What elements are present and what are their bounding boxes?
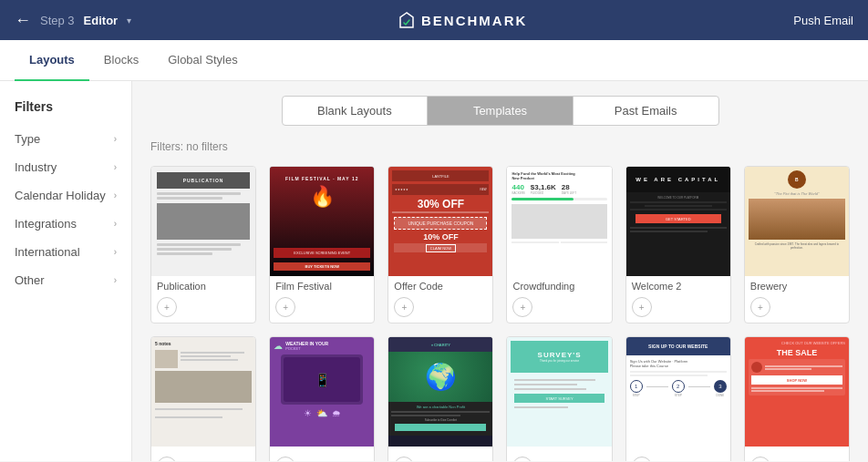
header-editor-label: Editor [84,14,119,27]
header-left: ← Step 3 Editor ▾ [15,11,131,30]
tab-blocks[interactable]: Blocks [89,40,153,81]
template-nonprofit-preview: ♦ CHARITY 🌍 We are a charitable Non Prof… [388,337,492,447]
tab-layouts[interactable]: Layouts [15,40,89,81]
header-step-label: Step 3 [40,14,75,27]
template-film-preview: FILM FESTIVAL · MAY 12 🔥 EXCLUSIVE SCREE… [270,167,374,276]
template-crowd-label: Crowdfunding [507,276,611,293]
template-brewery-label: Brewery [745,276,849,293]
main-content: Filters Type › Industry › Calendar Holid… [0,81,868,461]
template-add-icon[interactable]: + [512,457,532,461]
sidebar: Filters Type › Industry › Calendar Holid… [0,81,132,461]
template-red-offer-label [745,447,849,453]
template-weather-icon-row: + [270,453,374,461]
template-weather-label [270,447,374,453]
template-lifestyle[interactable]: 5 notes [150,336,256,461]
template-add-icon[interactable]: + [512,297,532,317]
template-welcome2-icon-row: + [626,293,730,323]
template-weather-preview: ☁ WEATHER IN YOUR POCKET 📱 [270,337,374,447]
template-add-icon[interactable]: + [750,297,770,317]
template-film-festival[interactable]: FILM FESTIVAL · MAY 12 🔥 EXCLUSIVE SCREE… [269,166,375,323]
editor-dropdown-icon[interactable]: ▾ [127,15,131,26]
template-lifestyle-label [151,447,255,453]
sidebar-item-international[interactable]: International › [0,238,131,266]
sidebar-item-type[interactable]: Type › [0,125,131,153]
templates-button[interactable]: Templates [428,97,574,125]
filters-label: Filters: no filters [150,140,850,153]
template-welcome-preview: WE ARE CAPITAL WELCOME TO OUR PLATFORM G… [626,167,730,276]
content-area: Blank Layouts Templates Past Emails Filt… [132,81,868,461]
template-course-icon-row: + [626,453,730,461]
template-brewery[interactable]: B "The Pint that is The World" Crafted w… [744,166,850,323]
chevron-right-icon: › [114,162,117,172]
template-crowdfunding[interactable]: Help Fund the World's Most ExcitingNew P… [506,166,612,323]
template-publication-icon-row: + [151,293,255,323]
template-crowd-preview: Help Fund the World's Most ExcitingNew P… [507,167,611,276]
template-survey-preview: SURVEY'S Thank you for joining our servi… [507,337,611,447]
template-survey[interactable]: SURVEY'S Thank you for joining our servi… [506,336,612,461]
template-add-icon[interactable]: + [632,457,652,461]
template-weather[interactable]: ☁ WEATHER IN YOUR POCKET 📱 [269,336,375,461]
sidebar-item-integrations[interactable]: Integrations › [0,210,131,238]
template-offer-code[interactable]: LASTFILE ★★★★★ NEW 30% OFF UNIQUE PURCHA… [388,166,493,323]
template-grid-row2: 5 notes [150,336,850,461]
template-publication-label: Publication [151,276,255,293]
sidebar-item-other[interactable]: Other › [0,266,131,294]
template-course[interactable]: SIGN UP TO OUR WEBSITE Sign Us with Our … [625,336,731,461]
template-brewery-preview: B "The Pint that is The World" Crafted w… [745,167,849,276]
template-add-icon[interactable]: + [394,457,414,461]
back-button[interactable]: ← [15,11,31,30]
template-add-icon[interactable]: + [394,297,414,317]
template-course-preview: SIGN UP TO OUR WEBSITE Sign Us with Our … [626,337,730,447]
past-emails-button[interactable]: Past Emails [574,97,718,125]
template-publication[interactable]: PUBLICATION Publication + [150,166,256,323]
template-nonprofit-icon-row: + [388,453,492,461]
template-nonprofit-label [388,447,492,453]
benchmark-logo: BENCHMARK [398,11,527,29]
template-red-preview: CHECK OUT OUR WEBSITE OFFERS THE SALE SH… [745,337,849,447]
push-email-button[interactable]: Push Email [793,14,853,27]
template-red-offer[interactable]: CHECK OUT OUR WEBSITE OFFERS THE SALE SH… [744,336,850,461]
blank-layouts-button[interactable]: Blank Layouts [283,97,429,125]
template-nonprofit[interactable]: ♦ CHARITY 🌍 We are a charitable Non Prof… [388,336,493,461]
layout-toggle-group: Blank Layouts Templates Past Emails [282,96,719,126]
template-add-icon[interactable]: + [750,457,770,461]
tab-bar: Layouts Blocks Global Styles [0,40,868,81]
template-add-icon[interactable]: + [157,457,177,461]
template-red-icon-row: + [745,453,849,461]
logo-icon [398,11,416,29]
sidebar-title: Filters [0,99,131,125]
template-film-icon-row: + [270,293,374,323]
logo-text: BENCHMARK [421,13,527,28]
template-brewery-icon-row: + [745,293,849,323]
sidebar-item-industry[interactable]: Industry › [0,153,131,181]
template-offer-label: Offer Code [388,276,492,293]
template-survey-icon-row: + [507,453,611,461]
template-lifestyle-preview: 5 notes [151,337,255,447]
template-add-icon[interactable]: + [275,457,295,461]
template-offer-preview: LASTFILE ★★★★★ NEW 30% OFF UNIQUE PURCHA… [388,167,492,276]
template-film-label: Film Festival [270,276,374,293]
template-welcome2-label: Welcome 2 [626,276,730,293]
sidebar-item-calendar[interactable]: Calendar Holiday › [0,181,131,210]
template-grid: PUBLICATION Publication + [150,166,850,323]
tab-global-styles[interactable]: Global Styles [153,40,253,81]
header: ← Step 3 Editor ▾ BENCHMARK Push Email [0,0,868,40]
template-crowd-icon-row: + [507,293,611,323]
template-publication-preview: PUBLICATION [151,167,255,276]
chevron-right-icon: › [114,275,117,285]
chevron-right-icon: › [114,247,117,257]
template-course-label [626,447,730,453]
template-add-icon[interactable]: + [632,297,652,317]
template-add-icon[interactable]: + [275,297,295,317]
template-offer-icon-row: + [388,293,492,323]
template-welcome2[interactable]: WE ARE CAPITAL WELCOME TO OUR PLATFORM G… [625,166,731,323]
chevron-right-icon: › [114,190,117,200]
chevron-right-icon: › [114,134,117,144]
template-lifestyle-icon-row: + [151,453,255,461]
template-add-icon[interactable]: + [157,297,177,317]
template-survey-label [507,447,611,453]
chevron-right-icon: › [114,219,117,229]
